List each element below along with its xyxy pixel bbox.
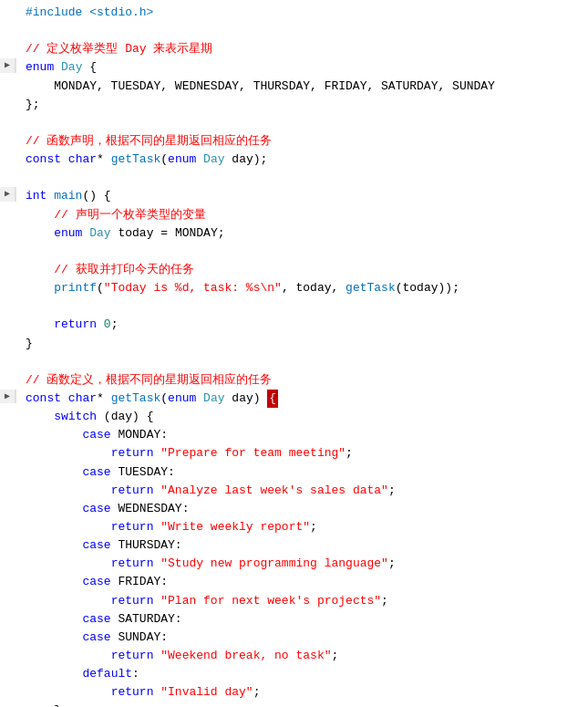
code-content: return "Plan for next week's projects"; xyxy=(22,592,581,610)
code-line: return "Invalid day"; xyxy=(0,683,588,702)
code-content xyxy=(22,114,581,132)
code-line: // 声明一个枚举类型的变量 xyxy=(0,206,588,224)
code-content: return "Study new programming language"; xyxy=(22,555,581,573)
code-content: // 定义枚举类型 Day 来表示星期 xyxy=(22,40,581,58)
code-content: const char* getTask(enum Day day) { xyxy=(22,390,581,408)
code-line: } xyxy=(0,335,588,353)
code-content: return "Prepare for team meeting"; xyxy=(22,444,581,463)
code-line: case THURSDAY: xyxy=(0,536,588,555)
code-content: return 0; xyxy=(22,316,581,334)
code-line: return "Weekend break, no task"; xyxy=(0,647,588,665)
code-line: default: xyxy=(0,665,588,683)
code-content xyxy=(22,169,581,187)
code-content: case WEDNESDAY: xyxy=(22,500,581,518)
code-content: case THURSDAY: xyxy=(22,536,581,555)
code-content: MONDAY, TUESDAY, WEDNESDAY, THURSDAY, FR… xyxy=(22,78,581,96)
code-line: case FRIDAY: xyxy=(0,573,588,591)
code-line: printf("Today is %d, task: %s\n", today,… xyxy=(0,279,588,297)
code-content: case FRIDAY: xyxy=(22,573,581,591)
collapse-gutter[interactable]: ▶ xyxy=(0,187,16,202)
code-line xyxy=(0,22,588,40)
editor: #include <stdio.h> // 定义枚举类型 Day 来表示星期 ▶… xyxy=(0,0,588,707)
code-line: case WEDNESDAY: xyxy=(0,500,588,518)
code-line: return "Write weekly report"; xyxy=(0,518,588,536)
code-line: case SATURDAY: xyxy=(0,610,588,629)
code-line xyxy=(0,297,588,316)
code-content: enum Day today = MONDAY; xyxy=(22,224,581,243)
code-line: return 0; xyxy=(0,316,588,334)
code-line xyxy=(0,169,588,187)
code-line: #include <stdio.h> xyxy=(0,4,588,22)
code-content: switch (day) { xyxy=(22,408,581,426)
code-content: default: xyxy=(22,665,581,683)
code-line: MONDAY, TUESDAY, WEDNESDAY, THURSDAY, FR… xyxy=(0,78,588,96)
code-line: case SUNDAY: xyxy=(0,629,588,647)
code-content: case SUNDAY: xyxy=(22,629,581,647)
code-line: // 定义枚举类型 Day 来表示星期 xyxy=(0,40,588,58)
code-line: switch (day) { xyxy=(0,408,588,426)
code-line: ▶ int main() { xyxy=(0,187,588,205)
code-content: } xyxy=(22,335,581,353)
code-content xyxy=(22,22,581,40)
code-line: case TUESDAY: xyxy=(0,463,588,482)
code-line: } xyxy=(0,702,588,707)
collapse-gutter[interactable]: ▶ xyxy=(0,58,16,73)
code-content: return "Analyze last week's sales data"; xyxy=(22,482,581,500)
code-content: // 声明一个枚举类型的变量 xyxy=(22,206,581,224)
code-content: // 函数定义，根据不同的星期返回相应的任务 xyxy=(22,371,581,390)
code-content: const char* getTask(enum Day day); xyxy=(22,151,581,169)
code-content: }; xyxy=(22,96,581,114)
code-content: // 函数声明，根据不同的星期返回相应的任务 xyxy=(22,132,581,151)
code-line: }; xyxy=(0,96,588,114)
code-content xyxy=(22,297,581,316)
collapse-gutter[interactable]: ▶ xyxy=(0,390,16,404)
code-content: case MONDAY: xyxy=(22,426,581,444)
code-line: // 函数定义，根据不同的星期返回相应的任务 xyxy=(0,371,588,390)
code-area[interactable]: #include <stdio.h> // 定义枚举类型 Day 来表示星期 ▶… xyxy=(0,0,588,707)
code-content: // 获取并打印今天的任务 xyxy=(22,261,581,279)
code-line: case MONDAY: xyxy=(0,426,588,444)
code-content: return "Invalid day"; xyxy=(22,683,581,702)
code-line: ▶ const char* getTask(enum Day day) { xyxy=(0,390,588,408)
code-line: return "Plan for next week's projects"; xyxy=(0,592,588,610)
code-content: case TUESDAY: xyxy=(22,463,581,482)
code-line: // 函数声明，根据不同的星期返回相应的任务 xyxy=(0,132,588,151)
code-content: printf("Today is %d, task: %s\n", today,… xyxy=(22,279,581,297)
code-content xyxy=(22,243,581,261)
code-line xyxy=(0,114,588,132)
code-content: #include <stdio.h> xyxy=(22,4,581,22)
code-line: const char* getTask(enum Day day); xyxy=(0,151,588,169)
code-content: return "Write weekly report"; xyxy=(22,518,581,536)
code-content: case SATURDAY: xyxy=(22,610,581,629)
code-line xyxy=(0,243,588,261)
code-content xyxy=(22,353,581,371)
code-content: } xyxy=(22,702,581,707)
code-line: return "Analyze last week's sales data"; xyxy=(0,482,588,500)
code-content: enum Day { xyxy=(22,58,581,77)
code-line: // 获取并打印今天的任务 xyxy=(0,261,588,279)
code-line: return "Prepare for team meeting"; xyxy=(0,444,588,463)
code-line: enum Day today = MONDAY; xyxy=(0,224,588,243)
code-content: int main() { xyxy=(22,187,581,205)
code-content: return "Weekend break, no task"; xyxy=(22,647,581,665)
code-line: return "Study new programming language"; xyxy=(0,555,588,573)
code-line: ▶ enum Day { xyxy=(0,58,588,77)
code-line xyxy=(0,353,588,371)
